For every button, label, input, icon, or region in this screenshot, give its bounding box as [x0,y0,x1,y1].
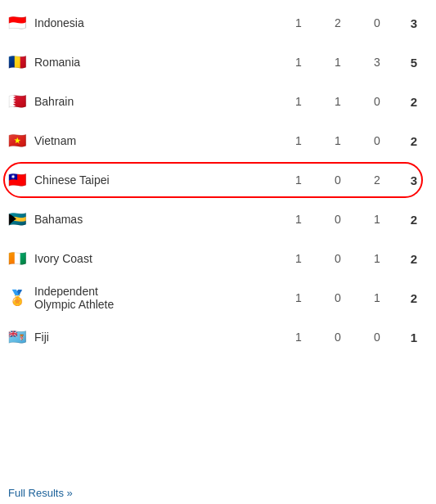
gold-count: 1 [279,278,318,317]
table-row: 🇨🇮Ivory Coast1012 [0,239,436,278]
gold-count: 1 [279,3,318,43]
country-flag: 🇷🇴 [7,56,27,69]
bronze-count: 0 [357,121,397,160]
bronze-count: 0 [357,82,397,121]
flag-cell: 🇧🇸 [0,200,29,239]
silver-count: 0 [318,239,357,278]
gold-count: 1 [279,200,318,239]
table-row: 🇧🇸Bahamas1012 [0,200,436,239]
total-count: 2 [397,200,436,239]
country-flag: 🇨🇮 [7,252,27,265]
flag-cell: 🇨🇮 [0,239,29,278]
full-results-link[interactable]: Full Results » [0,480,436,504]
flag-cell: 🇧🇭 [0,82,29,121]
silver-count: 0 [318,317,357,357]
country-name: Ivory Coast [29,239,279,278]
table-row: 🏅IndependentOlympic Athlete1012 [0,278,436,317]
country-flag: 🇫🇯 [7,331,27,344]
silver-count: 1 [318,82,357,121]
country-flag: 🇻🇳 [7,134,27,147]
bronze-count: 0 [357,317,397,357]
flag-cell: 🇷🇴 [0,43,29,82]
country-name: IndependentOlympic Athlete [29,278,279,317]
country-name: Chinese Taipei [29,160,279,200]
gold-count: 1 [279,317,318,357]
country-name: Bahamas [29,200,279,239]
bronze-count: 2 [357,160,397,200]
country-name: Fiji [29,317,279,357]
gold-count: 1 [279,43,318,82]
flag-cell: 🇹🇼 [0,160,29,200]
gold-count: 1 [279,160,318,200]
gold-count: 1 [279,121,318,160]
total-count: 3 [397,160,436,200]
silver-count: 0 [318,200,357,239]
silver-count: 1 [318,43,357,82]
country-flag: 🇧🇸 [7,213,27,226]
gold-count: 1 [279,82,318,121]
flag-cell: 🇮🇩 [0,3,29,43]
country-name: Indonesia [29,3,279,43]
table-row: 🇫🇯Fiji1001 [0,317,436,357]
country-name: Romania [29,43,279,82]
total-count: 2 [397,278,436,317]
bronze-count: 1 [357,239,397,278]
silver-count: 0 [318,160,357,200]
total-count: 1 [397,317,436,357]
table-row: 🇧🇭Bahrain1102 [0,82,436,121]
flag-cell: 🇫🇯 [0,317,29,357]
silver-count: 0 [318,278,357,317]
table-row: 🇻🇳Vietnam1102 [0,121,436,160]
country-flag: 🇹🇼 [7,173,27,187]
bronze-count: 3 [357,43,397,82]
country-name: Bahrain [29,82,279,121]
table-row: 🇷🇴Romania1135 [0,43,436,82]
medal-table-container: 🇮🇩Indonesia1203🇷🇴Romania1135🇧🇭Bahrain110… [0,0,436,504]
country-flag: 🇮🇩 [7,16,27,29]
flag-cell: 🏅 [0,278,29,317]
country-flag: 🏅 [7,291,27,304]
medal-table: 🇮🇩Indonesia1203🇷🇴Romania1135🇧🇭Bahrain110… [0,3,436,357]
total-count: 2 [397,82,436,121]
table-row: 🇮🇩Indonesia1203 [0,3,436,43]
bronze-count: 1 [357,278,397,317]
country-flag: 🇧🇭 [7,95,27,108]
total-count: 3 [397,3,436,43]
flag-cell: 🇻🇳 [0,121,29,160]
gold-count: 1 [279,239,318,278]
total-count: 5 [397,43,436,82]
silver-count: 2 [318,3,357,43]
table-row: 🇹🇼Chinese Taipei1023 [0,160,436,200]
bronze-count: 1 [357,200,397,239]
country-name: Vietnam [29,121,279,160]
total-count: 2 [397,239,436,278]
silver-count: 1 [318,121,357,160]
table-scroll-area[interactable]: 🇮🇩Indonesia1203🇷🇴Romania1135🇧🇭Bahrain110… [0,0,436,480]
bronze-count: 0 [357,3,397,43]
total-count: 2 [397,121,436,160]
